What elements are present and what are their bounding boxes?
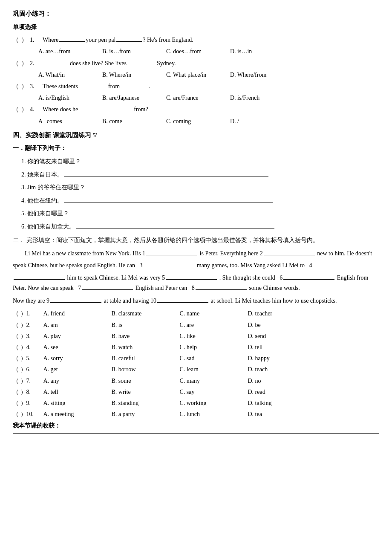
mc6-optB: B. borrow bbox=[112, 364, 176, 375]
mc1-paren: （ ） bbox=[13, 308, 26, 319]
mc4-optA: A. see bbox=[43, 342, 107, 353]
harvest-label: 我本节课的收获： bbox=[13, 422, 61, 430]
mc10-num: 10. bbox=[26, 409, 43, 419]
mc6-optD: D. teach bbox=[248, 364, 312, 375]
mc2-optA: A. am bbox=[43, 320, 107, 330]
q3-optA: A. is/English bbox=[38, 92, 94, 103]
q2-optC: C. What place/in bbox=[166, 69, 222, 80]
mc6-paren: （ ） bbox=[13, 364, 26, 375]
mc9-optB: B. standing bbox=[112, 398, 176, 408]
qnum-1: 1. bbox=[30, 35, 43, 45]
mc5-options: A. sorry B. careful C. sad D. happy bbox=[43, 353, 380, 364]
q4-options: A comes B. come C. coming D. / bbox=[38, 116, 379, 127]
translate-1: 1. 你的笔友来自哪里？ bbox=[21, 156, 379, 168]
translate-5: 5. 他们来自哪里？ bbox=[21, 208, 379, 220]
translate-6: 6. 他们来自加拿大。 bbox=[21, 221, 379, 233]
passage-p2: Now they are 9 at table and having 10 at… bbox=[13, 296, 379, 306]
paren-3: （ bbox=[13, 81, 21, 92]
mc9-optC: C. working bbox=[180, 398, 244, 408]
mc7-paren: （ ） bbox=[13, 376, 26, 386]
mc1-optB: B. classmate bbox=[112, 308, 176, 319]
q1-optD: D. is…in bbox=[230, 46, 285, 57]
mc2-paren: （ ） bbox=[13, 320, 26, 330]
mc1-num: 1. bbox=[26, 308, 43, 319]
q2-optB: B. Where/in bbox=[102, 69, 158, 80]
q1-optC: C. does…from bbox=[166, 46, 222, 57]
mc8-optA: A. tell bbox=[43, 387, 107, 397]
q3-optD: D. is/French bbox=[230, 92, 285, 103]
mc4-num: 4. bbox=[26, 342, 43, 353]
mc2-optC: C. are bbox=[180, 320, 244, 330]
mc-8: （ ） 8. A. tell B. write C. say D. read bbox=[13, 387, 379, 397]
mc3-num: 3. bbox=[26, 331, 43, 341]
mc2-num: 2. bbox=[26, 320, 43, 330]
mc10-optB: B. a party bbox=[112, 409, 176, 419]
mc5-optD: D. happy bbox=[248, 353, 312, 364]
mc9-paren: （ ） bbox=[13, 398, 26, 408]
q1-optB: B. is…from bbox=[102, 46, 158, 57]
mc-7: （ ） 7. A. any B. some C. many D. no bbox=[13, 376, 379, 386]
mc10-optA: A. a meeting bbox=[43, 409, 107, 419]
mc-2: （ ） 2. A. am B. is C. are D. be bbox=[13, 320, 379, 330]
paren-4b: ） bbox=[21, 104, 30, 115]
mc8-optB: B. write bbox=[112, 387, 176, 397]
mc5-paren: （ ） bbox=[13, 353, 26, 364]
mc6-num: 6. bbox=[26, 364, 43, 375]
q4-optB: B. come bbox=[102, 116, 158, 127]
mc1-options: A. friend B. classmate C. name D. teache… bbox=[43, 308, 380, 319]
choice-title: 单项选择 bbox=[13, 22, 379, 32]
q3-optB: B. are/Japanese bbox=[102, 92, 158, 103]
paren-4: （ bbox=[13, 104, 21, 115]
mc5-num: 5. bbox=[26, 353, 43, 364]
passage-p1b: him to speak Chinese. Li Mei was very 5 … bbox=[13, 273, 379, 293]
mc-5: （ ） 5. A. sorry B. careful C. sad D. hap… bbox=[13, 353, 379, 364]
practice-title: 巩固小练习： bbox=[13, 9, 379, 20]
qnum-2: 2. bbox=[30, 58, 43, 69]
paren-2b: ） bbox=[21, 58, 30, 69]
section1-title: 一．翻译下列句子： bbox=[13, 143, 379, 153]
q3-options: A. is/English B. are/Japanese C. are/Fra… bbox=[38, 92, 379, 103]
question-2: （ ） 2. does she live? She lives Sydney. bbox=[13, 58, 379, 69]
mc2-optB: B. is bbox=[112, 320, 176, 330]
q3-text: These students from . bbox=[43, 81, 150, 92]
harvest-row: 我本节课的收获： bbox=[13, 422, 379, 430]
q1-optA: A. are…from bbox=[38, 46, 94, 57]
mc10-options: A. a meeting B. a party C. lunch D. tea bbox=[43, 409, 380, 419]
mc-1: （ ） 1. A. friend B. classmate C. name D.… bbox=[13, 308, 379, 319]
mc4-options: A. see B. watch C. help D. tell bbox=[43, 342, 380, 353]
q2-optA: A. What/in bbox=[38, 69, 94, 80]
mc5-optB: B. careful bbox=[112, 353, 176, 364]
translate-4: 4. 他住在纽约。 bbox=[21, 195, 379, 207]
q4-optD: D. / bbox=[230, 116, 285, 127]
mc9-num: 9. bbox=[26, 398, 43, 408]
question-3: （ ） 3. These students from . bbox=[13, 81, 379, 92]
mc-6: （ ） 6. A. get B. borrow C. learn D. teac… bbox=[13, 364, 379, 375]
mc3-optC: C. like bbox=[180, 331, 244, 341]
mc1-optC: C. name bbox=[180, 308, 244, 319]
q1-options: A. are…from B. is…from C. does…from D. i… bbox=[38, 46, 379, 57]
mc10-optC: C. lunch bbox=[180, 409, 244, 419]
mc-4: （ ） 4. A. see B. watch C. help D. tell bbox=[13, 342, 379, 353]
translate-2: 2. 她来自日本。 bbox=[21, 169, 379, 181]
mc8-paren: （ ） bbox=[13, 387, 26, 397]
mc5-optC: C. sad bbox=[180, 353, 244, 364]
passage-p1: Li Mei has a new classmate from New York… bbox=[13, 248, 379, 271]
mc4-optB: B. watch bbox=[112, 342, 176, 353]
mc6-optC: C. learn bbox=[180, 364, 244, 375]
paren-1b: ） bbox=[21, 35, 30, 45]
mc9-optA: A. sitting bbox=[43, 398, 107, 408]
mc7-num: 7. bbox=[26, 376, 43, 386]
page-container: 巩固小练习： 单项选择 （ ） 1. Whereyour pen pal? He… bbox=[13, 9, 379, 434]
mc6-optA: A. get bbox=[43, 364, 107, 375]
section4-title: 四、实践创新 课堂巩固练习 5′ bbox=[13, 130, 379, 141]
mc8-optD: D. read bbox=[248, 387, 312, 397]
paren-2: （ bbox=[13, 58, 21, 69]
mc2-optD: D. be bbox=[248, 320, 312, 330]
mc7-optD: D. no bbox=[248, 376, 312, 386]
mc9-optD: D. talking bbox=[248, 398, 312, 408]
paren-1: （ bbox=[13, 35, 21, 45]
mc4-optD: D. tell bbox=[248, 342, 312, 353]
mc4-optC: C. help bbox=[180, 342, 244, 353]
mc-3: （ ） 3. A. play B. have C. like D. send bbox=[13, 331, 379, 341]
q2-optD: D. Where/from bbox=[230, 69, 285, 80]
